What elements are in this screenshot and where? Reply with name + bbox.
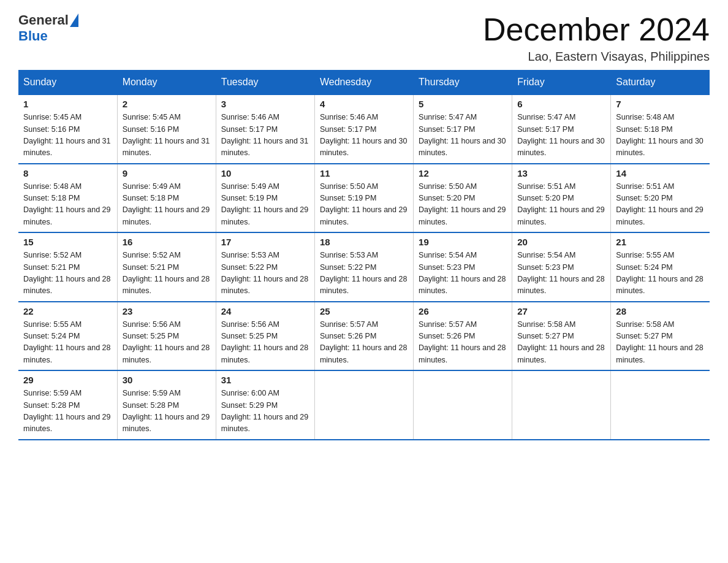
calendar-cell: 24 Sunrise: 5:56 AMSunset: 5:25 PMDaylig…	[216, 302, 314, 371]
day-info: Sunrise: 5:45 AMSunset: 5:16 PMDaylight:…	[23, 112, 112, 159]
day-number: 16	[123, 237, 211, 247]
calendar-week-row: 1 Sunrise: 5:45 AMSunset: 5:16 PMDayligh…	[18, 94, 710, 164]
calendar-cell: 12 Sunrise: 5:50 AMSunset: 5:20 PMDaylig…	[414, 164, 512, 233]
calendar-cell: 29 Sunrise: 5:59 AMSunset: 5:28 PMDaylig…	[18, 370, 117, 440]
day-info: Sunrise: 5:56 AMSunset: 5:25 PMDaylight:…	[123, 319, 211, 367]
calendar-cell: 17 Sunrise: 5:53 AMSunset: 5:22 PMDaylig…	[216, 232, 314, 302]
day-info: Sunrise: 5:59 AMSunset: 5:28 PMDaylight:…	[123, 388, 211, 435]
day-info: Sunrise: 5:53 AMSunset: 5:22 PMDaylight:…	[320, 250, 408, 297]
day-info: Sunrise: 5:54 AMSunset: 5:23 PMDaylight:…	[517, 250, 605, 297]
calendar-cell: 9 Sunrise: 5:49 AMSunset: 5:18 PMDayligh…	[117, 164, 216, 233]
day-number: 29	[23, 375, 112, 385]
day-number: 1	[23, 99, 112, 109]
day-number: 7	[616, 99, 705, 109]
day-info: Sunrise: 5:48 AMSunset: 5:18 PMDaylight:…	[23, 181, 112, 229]
weekday-header-saturday: Saturday	[611, 71, 710, 95]
day-info: Sunrise: 5:57 AMSunset: 5:26 PMDaylight:…	[320, 319, 408, 367]
day-number: 28	[616, 306, 705, 316]
day-info: Sunrise: 5:55 AMSunset: 5:24 PMDaylight:…	[616, 250, 705, 297]
day-info: Sunrise: 5:50 AMSunset: 5:20 PMDaylight:…	[419, 181, 507, 229]
day-number: 30	[123, 375, 211, 385]
day-number: 14	[616, 168, 705, 178]
day-info: Sunrise: 5:58 AMSunset: 5:27 PMDaylight:…	[616, 319, 705, 367]
day-number: 31	[221, 375, 309, 385]
day-number: 9	[123, 168, 211, 178]
weekday-header-monday: Monday	[117, 71, 216, 95]
calendar-table: SundayMondayTuesdayWednesdayThursdayFrid…	[18, 70, 710, 440]
weekday-header-thursday: Thursday	[414, 71, 512, 95]
calendar-cell: 16 Sunrise: 5:52 AMSunset: 5:21 PMDaylig…	[117, 232, 216, 302]
day-number: 8	[23, 168, 112, 178]
day-info: Sunrise: 5:47 AMSunset: 5:17 PMDaylight:…	[517, 112, 605, 159]
day-number: 23	[123, 306, 211, 316]
page-header: General Blue December 2024 Lao, Eastern …	[18, 12, 710, 64]
calendar-cell	[314, 370, 413, 440]
weekday-header-tuesday: Tuesday	[216, 71, 314, 95]
day-info: Sunrise: 5:47 AMSunset: 5:17 PMDaylight:…	[419, 112, 507, 159]
day-number: 11	[320, 168, 408, 178]
calendar-week-row: 15 Sunrise: 5:52 AMSunset: 5:21 PMDaylig…	[18, 232, 710, 302]
day-number: 27	[517, 306, 605, 316]
day-number: 3	[221, 99, 309, 109]
day-number: 18	[320, 237, 408, 247]
day-info: Sunrise: 5:58 AMSunset: 5:27 PMDaylight:…	[517, 319, 605, 367]
calendar-cell: 18 Sunrise: 5:53 AMSunset: 5:22 PMDaylig…	[314, 232, 413, 302]
weekday-header-friday: Friday	[512, 71, 611, 95]
day-info: Sunrise: 5:51 AMSunset: 5:20 PMDaylight:…	[616, 181, 705, 229]
day-info: Sunrise: 5:51 AMSunset: 5:20 PMDaylight:…	[517, 181, 605, 229]
calendar-cell	[512, 370, 611, 440]
day-info: Sunrise: 5:54 AMSunset: 5:23 PMDaylight:…	[419, 250, 507, 297]
day-number: 12	[419, 168, 507, 178]
day-info: Sunrise: 5:49 AMSunset: 5:18 PMDaylight:…	[123, 181, 211, 229]
day-info: Sunrise: 5:45 AMSunset: 5:16 PMDaylight:…	[123, 112, 211, 159]
day-info: Sunrise: 5:49 AMSunset: 5:19 PMDaylight:…	[221, 181, 309, 229]
calendar-cell: 15 Sunrise: 5:52 AMSunset: 5:21 PMDaylig…	[18, 232, 117, 302]
calendar-cell: 10 Sunrise: 5:49 AMSunset: 5:19 PMDaylig…	[216, 164, 314, 233]
calendar-cell: 8 Sunrise: 5:48 AMSunset: 5:18 PMDayligh…	[18, 164, 117, 233]
calendar-cell: 11 Sunrise: 5:50 AMSunset: 5:19 PMDaylig…	[314, 164, 413, 233]
location-subtitle: Lao, Eastern Visayas, Philippines	[483, 50, 710, 64]
logo-blue: Blue	[18, 28, 78, 44]
calendar-cell: 26 Sunrise: 5:57 AMSunset: 5:26 PMDaylig…	[414, 302, 512, 371]
calendar-cell: 19 Sunrise: 5:54 AMSunset: 5:23 PMDaylig…	[414, 232, 512, 302]
calendar-cell: 2 Sunrise: 5:45 AMSunset: 5:16 PMDayligh…	[117, 94, 216, 164]
day-number: 15	[23, 237, 112, 247]
logo: General Blue	[18, 12, 78, 44]
day-info: Sunrise: 5:52 AMSunset: 5:21 PMDaylight:…	[23, 250, 112, 297]
calendar-cell	[611, 370, 710, 440]
calendar-week-row: 8 Sunrise: 5:48 AMSunset: 5:18 PMDayligh…	[18, 164, 710, 233]
calendar-cell: 21 Sunrise: 5:55 AMSunset: 5:24 PMDaylig…	[611, 232, 710, 302]
day-info: Sunrise: 5:59 AMSunset: 5:28 PMDaylight:…	[23, 388, 112, 435]
calendar-cell: 4 Sunrise: 5:46 AMSunset: 5:17 PMDayligh…	[314, 94, 413, 164]
day-number: 4	[320, 99, 408, 109]
calendar-cell: 30 Sunrise: 5:59 AMSunset: 5:28 PMDaylig…	[117, 370, 216, 440]
calendar-week-row: 29 Sunrise: 5:59 AMSunset: 5:28 PMDaylig…	[18, 370, 710, 440]
calendar-cell: 27 Sunrise: 5:58 AMSunset: 5:27 PMDaylig…	[512, 302, 611, 371]
day-info: Sunrise: 5:52 AMSunset: 5:21 PMDaylight:…	[123, 250, 211, 297]
title-block: December 2024 Lao, Eastern Visayas, Phil…	[483, 12, 710, 64]
day-number: 19	[419, 237, 507, 247]
calendar-cell: 28 Sunrise: 5:58 AMSunset: 5:27 PMDaylig…	[611, 302, 710, 371]
day-number: 26	[419, 306, 507, 316]
calendar-cell: 13 Sunrise: 5:51 AMSunset: 5:20 PMDaylig…	[512, 164, 611, 233]
calendar-cell: 14 Sunrise: 5:51 AMSunset: 5:20 PMDaylig…	[611, 164, 710, 233]
calendar-week-row: 22 Sunrise: 5:55 AMSunset: 5:24 PMDaylig…	[18, 302, 710, 371]
day-number: 17	[221, 237, 309, 247]
day-number: 6	[517, 99, 605, 109]
weekday-header-sunday: Sunday	[18, 71, 117, 95]
day-info: Sunrise: 5:48 AMSunset: 5:18 PMDaylight:…	[616, 112, 705, 159]
calendar-cell	[414, 370, 512, 440]
calendar-cell: 25 Sunrise: 5:57 AMSunset: 5:26 PMDaylig…	[314, 302, 413, 371]
calendar-cell: 31 Sunrise: 6:00 AMSunset: 5:29 PMDaylig…	[216, 370, 314, 440]
month-title: December 2024	[483, 12, 710, 47]
day-info: Sunrise: 5:56 AMSunset: 5:25 PMDaylight:…	[221, 319, 309, 367]
calendar-cell: 5 Sunrise: 5:47 AMSunset: 5:17 PMDayligh…	[414, 94, 512, 164]
day-info: Sunrise: 5:50 AMSunset: 5:19 PMDaylight:…	[320, 181, 408, 229]
logo-triangle-icon	[70, 13, 78, 27]
day-number: 2	[123, 99, 211, 109]
calendar-cell: 22 Sunrise: 5:55 AMSunset: 5:24 PMDaylig…	[18, 302, 117, 371]
day-info: Sunrise: 5:53 AMSunset: 5:22 PMDaylight:…	[221, 250, 309, 297]
day-number: 21	[616, 237, 705, 247]
calendar-cell: 3 Sunrise: 5:46 AMSunset: 5:17 PMDayligh…	[216, 94, 314, 164]
calendar-cell: 7 Sunrise: 5:48 AMSunset: 5:18 PMDayligh…	[611, 94, 710, 164]
